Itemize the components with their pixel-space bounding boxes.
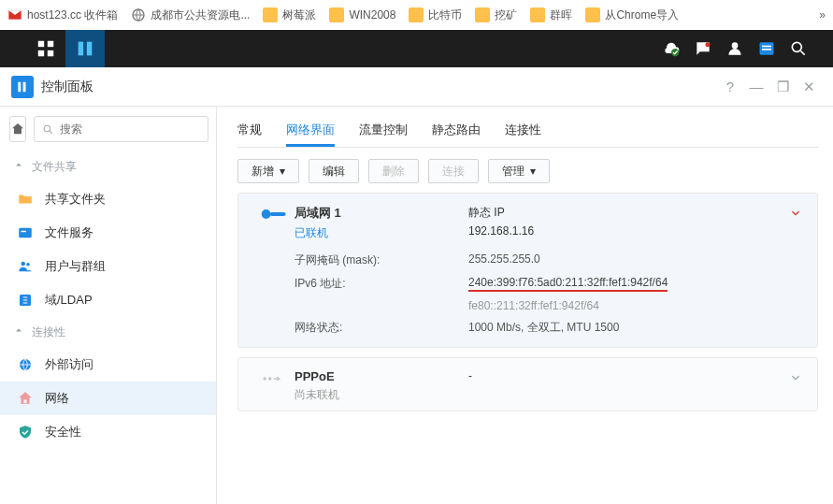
manage-button[interactable]: 管理▾ (488, 159, 550, 183)
delete-button[interactable]: 删除 (368, 159, 419, 183)
caret-down-icon: ▾ (530, 165, 536, 178)
globe-icon (15, 356, 36, 373)
section-file-share[interactable]: 文件共享 (0, 151, 216, 182)
search-icon (42, 123, 54, 136)
folder-icon (530, 7, 545, 22)
search-input[interactable] (60, 122, 200, 136)
mask-value: 255.255.255.0 (468, 252, 802, 268)
sidebar-item-users-groups[interactable]: 用户与群组 (0, 250, 216, 283)
panel-pppoe[interactable]: PPPoE 尚未联机 - (237, 357, 818, 411)
search-icon[interactable] (783, 30, 814, 67)
close-button[interactable]: ✕ (796, 79, 822, 95)
network-icon (15, 390, 36, 407)
svg-rect-2 (48, 41, 53, 47)
sidebar-item-network[interactable]: 网络 (0, 382, 216, 415)
bookmark-folder[interactable]: 树莓派 (263, 7, 316, 23)
tab-connectivity[interactable]: 连接性 (505, 114, 541, 147)
svg-point-16 (44, 125, 50, 132)
mail-icon (7, 7, 22, 22)
sidebar-item-shared-folder[interactable]: 共享文件夹 (0, 182, 216, 216)
ipv6-value-1: 240e:399:f76:5ad0:211:32ff:fef1:942f/64 (468, 276, 668, 292)
svg-rect-25 (270, 212, 286, 216)
shield-icon (15, 424, 36, 440)
sidebar-item-external-access[interactable]: 外部访问 (0, 348, 216, 382)
bookmark-mail[interactable]: host123.cc 收件箱 (7, 7, 118, 23)
connect-button[interactable]: 连接 (428, 159, 479, 183)
svg-rect-14 (18, 81, 21, 92)
folder-icon (329, 7, 344, 22)
svg-point-9 (732, 42, 739, 49)
bookmark-folder[interactable]: WIN2008 (329, 7, 395, 22)
bookmark-label: 成都市公共资源电... (151, 7, 250, 23)
svg-rect-3 (38, 50, 44, 56)
svg-rect-11 (762, 46, 771, 48)
bookmark-bar: host123.cc 收件箱 成都市公共资源电... 树莓派 WIN2008 比… (0, 0, 833, 30)
users-icon (15, 258, 36, 275)
globe-icon (131, 7, 146, 22)
search-box[interactable] (34, 116, 208, 142)
folder-icon (263, 7, 278, 22)
chevron-down-icon[interactable] (789, 371, 802, 387)
tab-general[interactable]: 常规 (237, 114, 262, 147)
minimize-button[interactable]: — (743, 79, 769, 94)
add-button[interactable]: 新增▾ (237, 159, 299, 183)
list-icon[interactable] (751, 30, 783, 67)
sidebar-item-security[interactable]: 安全性 (0, 415, 216, 449)
link-state-label: 网络状态: (294, 320, 468, 336)
bookmark-label: 从Chrome导入 (605, 7, 679, 23)
svg-point-26 (263, 377, 266, 381)
folder-icon (409, 7, 424, 22)
lan-title: 局域网 1 (294, 205, 468, 222)
content: 常规 网络界面 流量控制 静态路由 连接性 新增▾ 编辑 删除 连接 管理▾ 局… (217, 107, 833, 504)
tab-static-route[interactable]: 静态路由 (432, 114, 481, 147)
home-button[interactable] (9, 116, 26, 142)
lan-status: 已联机 (294, 225, 468, 241)
svg-rect-15 (23, 81, 26, 92)
bookmark-label: 群晖 (550, 7, 572, 23)
pppoe-status: 尚未联机 (294, 387, 468, 403)
sidebar-item-ldap[interactable]: 域/LDAP (0, 283, 216, 317)
pppoe-mode: - (468, 369, 802, 382)
tabs: 常规 网络界面 流量控制 静态路由 连接性 (237, 114, 818, 148)
svg-rect-18 (22, 231, 26, 233)
bookmark-label: 挖矿 (495, 7, 517, 23)
svg-rect-1 (38, 41, 44, 47)
bookmark-globe[interactable]: 成都市公共资源电... (131, 7, 250, 23)
svg-point-24 (262, 209, 271, 219)
sidebar-item-file-service[interactable]: 文件服务 (0, 216, 216, 250)
panel-lan[interactable]: 局域网 1 已联机 静态 IP 192.168.1.16 子网掩码 (mask)… (237, 193, 818, 348)
user-icon[interactable] (719, 30, 751, 67)
svg-point-27 (268, 377, 272, 381)
tab-network-interface[interactable]: 网络界面 (286, 114, 335, 147)
bookmark-label: 树莓派 (282, 7, 316, 23)
bookmark-folder[interactable]: 挖矿 (475, 7, 517, 23)
tab-traffic-control[interactable]: 流量控制 (359, 114, 408, 147)
bookmark-label: 比特币 (428, 7, 462, 23)
help-button[interactable]: ? (717, 79, 743, 94)
bookmark-label: WIN2008 (349, 8, 395, 22)
ipv6-value-2: fe80::211:32ff:fef1:942f/64 (468, 299, 802, 312)
sidebar: 文件共享 共享文件夹 文件服务 用户与群组 域/LDAP 连接性 外部访问 网络… (0, 107, 217, 504)
cloud-status-icon[interactable] (655, 30, 687, 67)
lan-icon (253, 205, 294, 241)
app-bar-right (655, 30, 833, 67)
svg-rect-12 (762, 49, 771, 50)
section-connectivity[interactable]: 连接性 (0, 317, 216, 348)
edit-button[interactable]: 编辑 (309, 159, 359, 183)
svg-rect-5 (79, 42, 84, 56)
app-control-panel-icon[interactable] (65, 30, 105, 67)
chevron-up-icon[interactable] (789, 207, 802, 223)
bookmark-folder[interactable]: 群晖 (530, 7, 572, 23)
app-bar (0, 30, 833, 67)
window-header: 控制面板 ? — ❐ ✕ (0, 67, 833, 107)
svg-point-19 (22, 262, 26, 266)
bookmark-folder[interactable]: 比特币 (409, 7, 462, 23)
bookmark-folder[interactable]: 从Chrome导入 (585, 7, 679, 23)
lan-ip: 192.168.1.16 (468, 224, 802, 238)
bookmark-overflow[interactable]: » (819, 8, 826, 22)
control-panel-icon (11, 76, 34, 98)
maximize-button[interactable]: ❐ (769, 79, 796, 95)
chat-icon[interactable] (687, 30, 719, 67)
app-grid-icon[interactable] (26, 30, 65, 67)
svg-rect-4 (48, 50, 53, 56)
